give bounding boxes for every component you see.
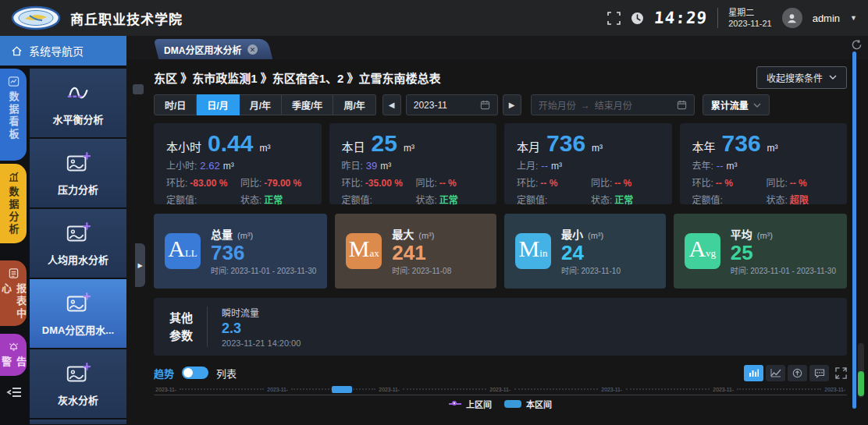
- sidebar-item-pressure-analysis[interactable]: 压力分析: [30, 139, 126, 207]
- status-badge: 正常: [439, 195, 458, 206]
- prev-unit: m³: [727, 161, 738, 172]
- fullscreen-icon[interactable]: [607, 12, 621, 25]
- summary-time: 时间: 2023-11-01 - 2023-11-30: [731, 264, 836, 276]
- other-params-label: 其他参数: [169, 309, 196, 345]
- rail-tab-alarm[interactable]: 告警: [0, 334, 27, 376]
- prev-month-button[interactable]: ◀: [382, 94, 401, 115]
- line-chart-button[interactable]: [766, 365, 785, 381]
- breadcrumb[interactable]: 东区 》东市政监测1 》东区宿舍1、2 》立雪东南楼总表: [154, 69, 441, 86]
- period-month-year-button[interactable]: 月/年: [240, 94, 282, 115]
- mini-scrollbar-thumb[interactable]: [858, 371, 864, 396]
- user-menu-caret-icon[interactable]: ▼: [850, 14, 857, 22]
- summary-card-max: Max 最大(m³) 241 时间: 2023-11-08: [335, 214, 496, 289]
- month-picker[interactable]: 2023-11: [406, 94, 498, 115]
- summary-time: 时间: 2023-11-10: [561, 264, 621, 276]
- bar-chart-button[interactable]: [744, 365, 763, 381]
- header-divider: [717, 8, 718, 28]
- datazoom-thumb[interactable]: [332, 386, 352, 393]
- rail-tab-data-analysis[interactable]: 数据分析: [0, 164, 27, 243]
- list-label: 列表: [216, 366, 237, 381]
- next-month-button[interactable]: ▶: [503, 94, 521, 115]
- summary-value: 25: [731, 242, 836, 265]
- sidebar-item-per-capita-water[interactable]: 人均用水分析: [30, 209, 126, 278]
- collapse-search-label: 收起搜索条件: [767, 71, 823, 84]
- menu-scroll-handle[interactable]: [133, 84, 144, 94]
- axis-tick: 2023-11-: [267, 386, 288, 392]
- metric-select[interactable]: 累计流量: [703, 94, 770, 115]
- stat-card-month: 本月 736 m³ 上月:--m³ 环比:-- % 同比:-- % 定额值: 状…: [504, 123, 672, 204]
- trend-list-toggle[interactable]: [182, 367, 208, 379]
- prev-label: 上小时:: [166, 161, 197, 172]
- summary-card-avg: Avg 平均(m³) 25 时间: 2023-11-01 - 2023-11-3…: [674, 214, 847, 289]
- app-root: 商丘职业技术学院 14:29 星期二 2023-11-21: [0, 0, 868, 425]
- mini-scrollbar-track[interactable]: [858, 343, 864, 398]
- prev-value: 39: [366, 160, 377, 172]
- export-circle-button[interactable]: [788, 365, 807, 381]
- summary-card-total: ALL 总量(m³) 736 时间: 2023-11-01 - 2023-11-…: [154, 214, 327, 289]
- ratio-label: 环比:: [692, 178, 713, 189]
- sidebar-collapse-icon[interactable]: [6, 386, 22, 398]
- sidebar-item-nav-home[interactable]: 系统导航页: [0, 36, 126, 66]
- stat-value: 736: [546, 131, 585, 156]
- ratio-label: 同比:: [591, 178, 612, 189]
- chevron-down-icon: [753, 103, 761, 108]
- period-day-month-button[interactable]: 日/月: [197, 94, 239, 115]
- tab-dma-water-analysis[interactable]: DMA分区用水分析 ✕: [154, 39, 273, 59]
- username-label[interactable]: admin: [813, 12, 840, 24]
- range-end-placeholder: 结束月份: [595, 98, 632, 112]
- period-hour-day-button[interactable]: 时/日: [154, 94, 197, 115]
- ratio-value: -- %: [540, 178, 557, 189]
- stat-unit: m³: [404, 143, 414, 154]
- chart-image-plus-icon: [65, 150, 91, 176]
- period-week-year-button[interactable]: 周/年: [333, 94, 375, 115]
- avatar[interactable]: [782, 8, 802, 28]
- panel-expand-handle[interactable]: ▶: [135, 243, 145, 287]
- refresh-icon[interactable]: [851, 39, 863, 51]
- axis-gridline: [626, 388, 710, 390]
- axis-gridline: [514, 388, 598, 390]
- collapse-search-button[interactable]: 收起搜索条件: [756, 66, 847, 89]
- avg-icon: Avg: [685, 233, 720, 269]
- chart-legend: 上区间 本区间: [154, 396, 847, 412]
- range-arrow: →: [581, 100, 590, 111]
- axis-gridline: [180, 388, 263, 390]
- chart-fullscreen-icon[interactable]: [835, 367, 847, 379]
- max-icon: Max: [346, 233, 382, 269]
- sidebar-item-greywater-analysis[interactable]: 灰水分析: [30, 349, 126, 418]
- summary-title: 平均: [731, 226, 752, 242]
- sidebar-item-label: 灰水分析: [58, 392, 98, 407]
- icon-letter: M: [349, 237, 370, 260]
- tab-close-icon[interactable]: ✕: [247, 44, 258, 55]
- stat-title: 本年: [692, 138, 716, 154]
- page-title: 商丘职业技术学院: [70, 9, 183, 28]
- legend-item-current-range[interactable]: 本区间: [504, 398, 552, 410]
- axis-gridline: [737, 388, 820, 390]
- trend-label: 趋势: [154, 366, 174, 381]
- legend-item-upper-range[interactable]: 上区间: [449, 398, 492, 410]
- ratio-label: 环比:: [342, 178, 363, 189]
- icon-letter-small: ax: [369, 247, 379, 260]
- toggle-knob: [183, 368, 193, 377]
- divider: [207, 306, 208, 347]
- quota-label: 定额值:: [692, 193, 767, 206]
- month-range-picker[interactable]: 开始月份 → 结束月份: [531, 94, 695, 115]
- comment-button[interactable]: [809, 365, 829, 381]
- vertical-scrollbar-thumb[interactable]: [852, 51, 856, 409]
- calendar-icon: [677, 100, 687, 110]
- prev-label: 昨日:: [342, 161, 363, 172]
- datazoom-slider[interactable]: 2023-11- 2023-11- 2023-11- 2023-11- 2023…: [154, 384, 847, 395]
- quota-label: 定额值:: [166, 193, 240, 206]
- stat-value: 736: [722, 131, 761, 156]
- period-quarter-year-button[interactable]: 季度/年: [282, 94, 333, 115]
- sidebar-item-partial[interactable]: [30, 420, 126, 424]
- summary-time: 时间: 2023-11-01 - 2023-11-30: [211, 264, 316, 276]
- sidebar-item-water-balance[interactable]: 水平衡分析: [30, 69, 126, 137]
- calendar-icon: [480, 100, 490, 110]
- rail-tab-data-board[interactable]: 数据看板: [0, 69, 27, 161]
- quota-label: 定额值:: [342, 193, 416, 206]
- sidebar-item-dma-water[interactable]: DMA分区用水...: [30, 279, 126, 348]
- all-icon: ALL: [165, 233, 201, 269]
- rail-tab-report-center[interactable]: 报表中心: [0, 260, 27, 326]
- ratio-value: -35.00 %: [365, 178, 403, 189]
- axis-tick: 2023-11-: [824, 386, 845, 392]
